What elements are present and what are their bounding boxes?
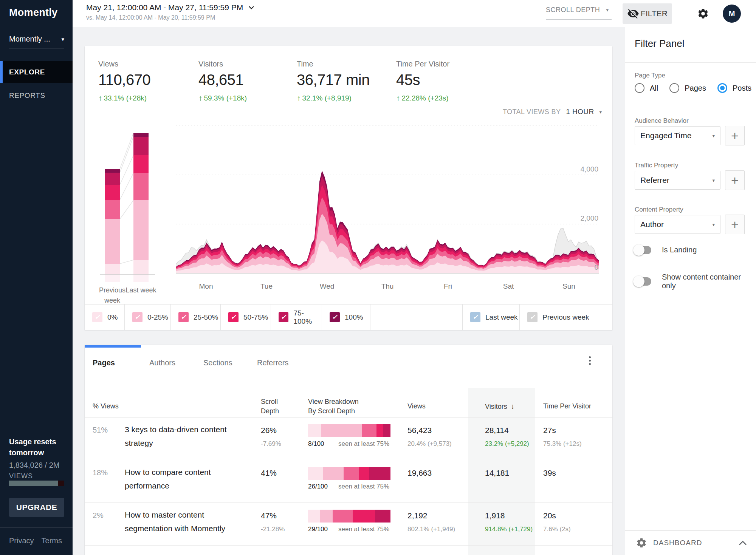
dashboard-bar[interactable]: DASHBOARD bbox=[625, 530, 756, 555]
breakdown-segment bbox=[308, 510, 320, 523]
radio-label-posts[interactable]: Posts bbox=[733, 84, 751, 93]
legend-checkbox-50-75pct[interactable]: ✓ 50-75% bbox=[221, 305, 271, 330]
eye-off-icon bbox=[627, 8, 639, 20]
radio-label-pages[interactable]: Pages bbox=[685, 84, 706, 93]
date-range-selector[interactable]: May 21, 12:00:00 AM - May 27, 11:59:59 P… bbox=[86, 3, 254, 21]
legend-spacer bbox=[370, 305, 463, 330]
legend-checkbox-0pct[interactable]: ✓ 0% bbox=[85, 305, 125, 330]
metric-value: 110,670 bbox=[98, 71, 150, 88]
radio-pages[interactable] bbox=[669, 83, 679, 93]
cell-time-per-visitor-delta: 75.3% (+12s) bbox=[543, 440, 582, 448]
table-row[interactable]: 18% How to compare content performance 4… bbox=[85, 460, 612, 503]
check-icon: ✓ bbox=[231, 313, 236, 321]
tab-sections[interactable]: Sections bbox=[203, 359, 232, 367]
content-property-label: Content Property bbox=[635, 206, 683, 213]
sidebar-item-explore[interactable]: EXPLORE bbox=[0, 61, 73, 83]
traffic-property-select[interactable]: Referrer ▾ bbox=[635, 171, 720, 190]
radio-posts-selected[interactable] bbox=[717, 83, 727, 93]
cell-views-delta: 20.4% (+9,573) bbox=[407, 440, 452, 448]
legend-checkbox-100pct[interactable]: ✓ 100% bbox=[322, 305, 370, 330]
arrow-up-icon: ↑ bbox=[198, 94, 203, 103]
avatar-initial: M bbox=[729, 9, 735, 18]
metric-delta: 33.1% (+28k) bbox=[104, 94, 147, 102]
audience-behavior-label: Audience Behavior bbox=[635, 117, 689, 125]
cell-page-title[interactable]: How to master content segmentation with … bbox=[125, 508, 242, 535]
metric-delta: 22.28% (+23s) bbox=[402, 94, 449, 102]
table-row[interactable]: 2% How to master content segmentation wi… bbox=[85, 503, 612, 546]
add-traffic-filter-button[interactable]: + bbox=[725, 170, 745, 190]
y-axis-tick: 0 bbox=[568, 263, 598, 272]
usage-unit: VIEWS bbox=[9, 472, 33, 480]
check-icon: ✓ bbox=[332, 313, 337, 321]
add-audience-filter-button[interactable]: + bbox=[725, 126, 745, 145]
cell-scroll-depth-delta: -7.69% bbox=[261, 440, 281, 448]
cell-time-per-visitor: 27s bbox=[543, 426, 556, 435]
filter-button-label: FILTER bbox=[641, 9, 668, 18]
legend-checkbox-25-50pct[interactable]: ✓ 25-50% bbox=[171, 305, 221, 330]
column-header-scroll-depth[interactable]: Scroll Depth bbox=[261, 397, 288, 416]
add-content-filter-button[interactable]: + bbox=[725, 215, 745, 234]
cell-seen-label: seen at least 75% bbox=[338, 483, 389, 490]
panel-divider bbox=[625, 62, 756, 63]
column-header-time-per-visitor[interactable]: Time Per Visitor bbox=[543, 402, 591, 411]
chevron-down-icon: ▾ bbox=[600, 109, 602, 115]
checkbox-icon: ✓ bbox=[178, 312, 189, 322]
tab-referrers[interactable]: Referrers bbox=[257, 359, 288, 367]
show-content-container-toggle[interactable] bbox=[635, 277, 651, 286]
usage-progress-fill bbox=[9, 481, 58, 486]
sidebar-item-reports[interactable]: REPORTS bbox=[0, 85, 73, 107]
column-header-pct-views[interactable]: % Views bbox=[93, 402, 119, 411]
metric-views[interactable]: Views 110,670 ↑33.1% (+28k) bbox=[98, 60, 150, 103]
legend-checkbox-75-100pct[interactable]: ✓ 75-100% bbox=[271, 305, 322, 330]
usage-title: Usage resets tomorrow bbox=[9, 436, 58, 458]
cell-seen-ratio: 8/100 bbox=[308, 440, 324, 448]
site-selector[interactable]: Momently ... ▾ bbox=[9, 35, 64, 48]
legend-label: 25-50% bbox=[194, 313, 218, 322]
sidebar-item-label: REPORTS bbox=[9, 91, 45, 100]
upgrade-button[interactable]: UPGRADE bbox=[9, 498, 64, 517]
is-landing-toggle[interactable] bbox=[635, 246, 651, 254]
x-axis-tick: Mon bbox=[176, 282, 236, 291]
metric-label: Views bbox=[98, 60, 150, 68]
checkbox-icon: ✓ bbox=[279, 312, 288, 322]
legend-checkbox-last-week[interactable]: ✓ Last week bbox=[463, 305, 520, 330]
audience-behavior-select[interactable]: Engaged Time ▾ bbox=[635, 126, 720, 145]
x-axis-tick: Wed bbox=[297, 282, 357, 291]
tab-authors[interactable]: Authors bbox=[149, 359, 175, 367]
tab-pages[interactable]: Pages bbox=[93, 359, 115, 367]
interval-dropdown[interactable]: TOTAL VIEWS BY 1 HOUR ▾ bbox=[503, 108, 602, 116]
column-header-view-breakdown[interactable]: View Breakdown By Scroll Depth bbox=[308, 397, 365, 416]
column-header-visitors[interactable]: Visitors↓ bbox=[485, 402, 514, 411]
chevron-down-icon: ▾ bbox=[606, 7, 609, 13]
table-row[interactable]: 51% 3 keys to data-driven content strate… bbox=[85, 417, 612, 460]
privacy-link[interactable]: Privacy bbox=[9, 536, 34, 545]
terms-link[interactable]: Terms bbox=[42, 536, 62, 545]
content-property-select[interactable]: Author ▾ bbox=[635, 215, 720, 234]
legend-checkbox-0-25pct[interactable]: ✓ 0-25% bbox=[125, 305, 171, 330]
cell-page-title[interactable]: How to compare content performance bbox=[125, 465, 242, 493]
metric-visitors[interactable]: Visitors 48,651 ↑59.3% (+18k) bbox=[198, 60, 247, 103]
page-type-radio-group: All Pages Posts bbox=[635, 83, 756, 93]
metric-time[interactable]: Time 36,717 min ↑32.1% (+8,919) bbox=[297, 60, 370, 103]
legend-label: 0-25% bbox=[147, 313, 168, 322]
check-icon: ✓ bbox=[472, 313, 478, 321]
radio-label-all[interactable]: All bbox=[650, 84, 658, 93]
sidebar: Momently Momently ... ▾ EXPLORE REPORTS … bbox=[0, 0, 73, 555]
cell-visitors: 14,181 bbox=[485, 468, 509, 478]
cell-page-title[interactable]: 3 keys to data-driven content strategy bbox=[125, 423, 242, 450]
filter-button[interactable]: FILTER bbox=[623, 3, 672, 24]
x-axis-tick: Thu bbox=[357, 282, 418, 291]
radio-all[interactable] bbox=[635, 83, 644, 93]
chevron-down-icon: ▾ bbox=[712, 222, 715, 227]
cell-scroll-depth-delta: -21.28% bbox=[261, 526, 285, 533]
avatar[interactable]: M bbox=[723, 5, 741, 23]
legend-label: 50-75% bbox=[243, 313, 268, 322]
settings-gear-icon[interactable] bbox=[697, 8, 709, 20]
metric-selector-dropdown[interactable]: SCROLL DEPTH ▾ bbox=[546, 6, 612, 20]
scroll-depth-breakdown-bar bbox=[308, 467, 390, 480]
column-header-views[interactable]: Views bbox=[407, 402, 426, 411]
legend-checkbox-previous-week[interactable]: ✓ Previous week bbox=[520, 305, 612, 330]
checkbox-icon: ✓ bbox=[92, 312, 102, 322]
metric-time-per-visitor[interactable]: Time Per Visitor 45s ↑22.28% (+23s) bbox=[396, 60, 449, 103]
more-options-kebab-icon[interactable] bbox=[586, 356, 593, 369]
